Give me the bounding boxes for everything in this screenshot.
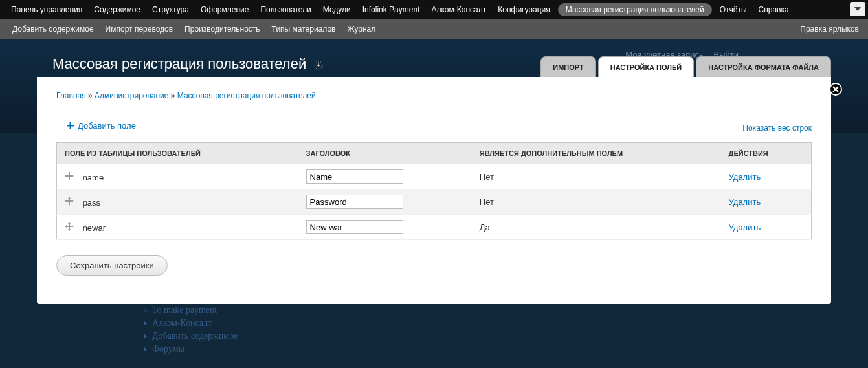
bg-menu-item[interactable]: Добавить содержимое bbox=[144, 331, 256, 341]
admin-menu-item[interactable]: Конфигурация bbox=[492, 1, 556, 18]
edit-shortcuts-link[interactable]: Правка ярлыков bbox=[800, 25, 859, 34]
field-name: pass bbox=[83, 198, 100, 208]
admin-menu-item[interactable]: Справка bbox=[753, 1, 795, 18]
admin-menu-item[interactable]: Содержимое bbox=[88, 1, 146, 18]
overlay-header: Массовая регистрация пользователей ИМПОР… bbox=[37, 52, 831, 77]
bg-menu-item[interactable]: Алком-Консалт bbox=[144, 318, 256, 329]
add-field-link[interactable]: Добавить поле bbox=[67, 121, 136, 131]
overlay-body: Главная » Администрирование » Массовая р… bbox=[37, 77, 831, 304]
field-title-input[interactable] bbox=[306, 195, 403, 209]
bg-menu-item[interactable]: Форумы bbox=[144, 344, 256, 354]
close-icon bbox=[829, 82, 843, 96]
shortcut-item[interactable]: Импорт переводов bbox=[100, 21, 179, 38]
shortcut-dropdown-toggle[interactable] bbox=[850, 2, 865, 16]
table-row: newar Да Удалить bbox=[57, 215, 812, 240]
breadcrumb: Главная » Администрирование » Массовая р… bbox=[56, 91, 812, 100]
table-row: pass Нет Удалить bbox=[57, 189, 812, 215]
delete-link[interactable]: Удалить bbox=[729, 172, 761, 182]
admin-menu-item[interactable]: Структура bbox=[146, 1, 195, 18]
field-extra-value: Нет bbox=[472, 164, 721, 189]
col-actions: ДЕЙСТВИЯ bbox=[721, 143, 812, 164]
shortcut-item[interactable]: Типы материалов bbox=[266, 21, 342, 38]
col-title: ЗАГОЛОВОК bbox=[298, 143, 472, 164]
close-overlay-button[interactable] bbox=[829, 82, 843, 96]
admin-menu-item[interactable]: Оформление bbox=[195, 1, 254, 18]
field-name: name bbox=[83, 173, 104, 182]
admin-menu-item[interactable]: Алком-Консалт bbox=[425, 1, 492, 18]
field-title-input[interactable] bbox=[306, 220, 403, 234]
shortcut-item[interactable]: Добавить содержимое bbox=[6, 21, 100, 38]
col-field: ПОЛЕ ИЗ ТАБЛИЦЫ ПОЛЬЗОВАТЕЛЕЙ bbox=[57, 143, 298, 164]
tab-import[interactable]: ИМПОРТ bbox=[540, 56, 595, 77]
save-settings-button[interactable]: Сохранить настройки bbox=[56, 255, 168, 276]
tab-field-settings[interactable]: НАСТРОЙКА ПОЛЕЙ bbox=[598, 56, 695, 77]
admin-toolbar: Панель управления Содержимое Структура О… bbox=[0, 0, 868, 19]
delete-link[interactable]: Удалить bbox=[729, 197, 761, 207]
shortcut-item[interactable]: Журнал bbox=[342, 21, 382, 38]
plus-icon bbox=[67, 122, 74, 129]
table-row: name Нет Удалить bbox=[57, 164, 812, 189]
show-row-weights-link[interactable]: Показать вес строк bbox=[742, 124, 812, 133]
drag-handle-icon[interactable] bbox=[65, 171, 74, 182]
bg-menu-item[interactable]: To make payment bbox=[144, 305, 256, 316]
fields-table: ПОЛЕ ИЗ ТАБЛИЦЫ ПОЛЬЗОВАТЕЛЕЙ ЗАГОЛОВОК … bbox=[56, 142, 812, 240]
delete-link[interactable]: Удалить bbox=[729, 222, 761, 232]
overlay-tabs: ИМПОРТ НАСТРОЙКА ПОЛЕЙ НАСТРОЙКА ФОРМАТА… bbox=[539, 56, 831, 77]
admin-menu-item[interactable]: Отчёты bbox=[714, 1, 753, 18]
shortcut-item[interactable]: Производительность bbox=[179, 21, 265, 38]
tab-file-format[interactable]: НАСТРОЙКА ФОРМАТА ФАЙЛА bbox=[696, 56, 831, 77]
drag-handle-icon[interactable] bbox=[65, 197, 74, 208]
admin-menu-item-active[interactable]: Массовая регистрация пользователей bbox=[558, 3, 712, 16]
field-extra-value: Да bbox=[472, 215, 721, 240]
shortcut-bar: Добавить содержимое Импорт переводов Про… bbox=[0, 19, 868, 39]
breadcrumb-admin[interactable]: Администрирование bbox=[95, 91, 168, 100]
field-name: newar bbox=[83, 223, 106, 233]
admin-menu-item[interactable]: Панель управления bbox=[5, 1, 88, 18]
admin-menu-item[interactable]: Пользователи bbox=[254, 1, 317, 18]
overlay: Массовая регистрация пользователей ИМПОР… bbox=[37, 52, 831, 304]
field-extra-value: Нет bbox=[472, 189, 721, 215]
breadcrumb-current[interactable]: Массовая регистрация пользователей bbox=[177, 91, 316, 100]
drag-handle-icon[interactable] bbox=[65, 222, 74, 233]
chevron-down-icon bbox=[854, 7, 861, 11]
col-extra: ЯВЛЯЕТСЯ ДОПОЛНИТЕЛЬНЫМ ПОЛЕМ bbox=[472, 143, 721, 164]
admin-menu-item[interactable]: Модули bbox=[317, 1, 357, 18]
breadcrumb-home[interactable]: Главная bbox=[56, 91, 86, 100]
admin-menu-item[interactable]: Infolink Payment bbox=[357, 1, 426, 18]
page-title: Массовая регистрация пользователей bbox=[37, 56, 323, 73]
field-title-input[interactable] bbox=[306, 169, 403, 184]
add-shortcut-icon[interactable] bbox=[314, 57, 323, 74]
